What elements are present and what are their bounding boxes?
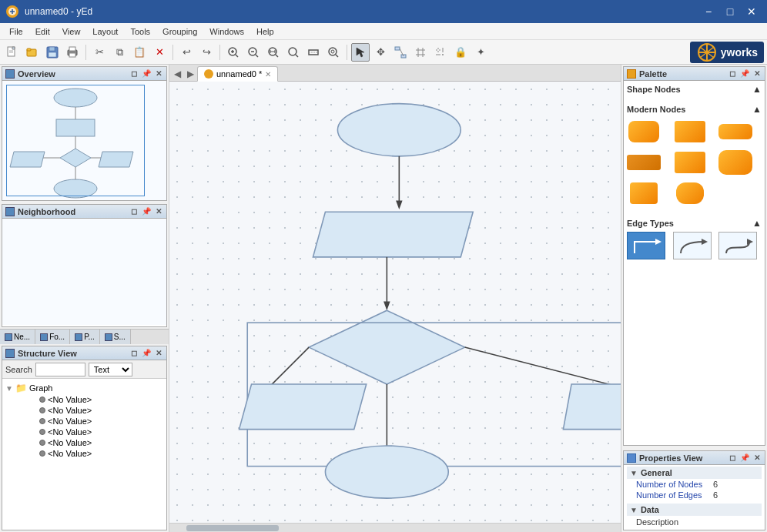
menu-edit[interactable]: Edit — [29, 25, 56, 38]
cut-button[interactable]: ✂ — [90, 43, 109, 62]
more-button[interactable]: ✦ — [471, 43, 490, 62]
overview-minimize-btn[interactable]: ◻ — [129, 69, 139, 78]
canvas-scrollbar-h[interactable] — [169, 523, 621, 532]
sv-tree-item-5[interactable]: <No Value> — [18, 448, 163, 459]
edge-create-button[interactable] — [391, 43, 410, 62]
sv-tree-item-2[interactable]: <No Value> — [18, 416, 163, 427]
select-tool-button[interactable] — [351, 43, 370, 62]
snap-button[interactable] — [431, 43, 450, 62]
overview-pin-btn[interactable]: 📌 — [140, 69, 152, 78]
structure-view-header: Structure View ◻ 📌 ✕ — [2, 346, 166, 360]
properties-data-header[interactable]: ▼ Data — [627, 504, 762, 516]
lock-button[interactable]: 🔒 — [451, 43, 470, 62]
grid-button[interactable] — [411, 43, 430, 62]
edge-types-header[interactable]: Edge Types ▲ — [627, 218, 762, 229]
panel-bottom-tabs: Ne... Fo... P... S... — [0, 329, 169, 344]
zoom-100-button[interactable] — [284, 43, 303, 62]
print-button[interactable] — [63, 43, 82, 62]
overview-close-btn[interactable]: ✕ — [154, 69, 163, 78]
palette-node-7[interactable] — [673, 179, 707, 207]
palette-node-1[interactable] — [673, 118, 707, 146]
svg-line-69 — [268, 347, 309, 388]
neighborhood-minimize-btn[interactable]: ◻ — [129, 207, 139, 216]
redo-button[interactable]: ↪ — [197, 43, 216, 62]
sv-minimize-btn[interactable]: ◻ — [129, 349, 139, 357]
canvas-drawing-area[interactable] — [169, 82, 621, 523]
svg-marker-67 — [309, 310, 464, 384]
properties-pin-btn[interactable]: 📌 — [739, 453, 751, 462]
sv-close-btn[interactable]: ✕ — [154, 349, 163, 357]
shape-nodes-collapse-icon: ▲ — [752, 84, 762, 95]
sv-search-select[interactable]: Text Graph — [89, 363, 132, 376]
edge-type-curved[interactable] — [673, 232, 712, 259]
svg-line-32 — [336, 55, 338, 57]
copy-button[interactable]: ⧉ — [110, 43, 129, 62]
menu-help[interactable]: Help — [250, 25, 280, 38]
neighborhood-pin-btn[interactable]: 📌 — [140, 207, 152, 216]
sv-tree-item-1[interactable]: <No Value> — [18, 405, 163, 416]
modern-nodes-grid — [627, 118, 762, 207]
palette-node-6[interactable] — [627, 179, 661, 207]
tab-nav-right[interactable]: ▶ — [184, 67, 197, 81]
close-button[interactable]: ✕ — [742, 4, 761, 19]
move-tool-button[interactable]: ✥ — [371, 43, 390, 62]
save-button[interactable] — [43, 43, 62, 62]
bottom-tab-fo[interactable]: Fo... — [35, 330, 70, 344]
maximize-button[interactable]: □ — [721, 4, 739, 19]
bottom-tab-p[interactable]: P... — [70, 330, 100, 344]
properties-minimize-btn[interactable]: ◻ — [728, 453, 737, 462]
menu-tools[interactable]: Tools — [124, 25, 156, 38]
palette-node-0[interactable] — [627, 118, 661, 146]
menu-layout[interactable]: Layout — [86, 25, 124, 38]
bottom-tab-p-icon — [75, 333, 82, 341]
edge-type-orthogonal[interactable] — [627, 232, 665, 259]
menu-file[interactable]: File — [3, 25, 29, 38]
palette-node-4[interactable] — [673, 149, 707, 176]
sv-pin-btn[interactable]: 📌 — [140, 349, 152, 357]
sv-item-bullet-1 — [39, 407, 45, 413]
tab-nav-left[interactable]: ◀ — [171, 67, 184, 81]
properties-close-btn[interactable]: ✕ — [752, 453, 762, 462]
edge-type-bezier[interactable] — [718, 232, 757, 259]
neighborhood-close-btn[interactable]: ✕ — [154, 207, 163, 216]
palette-pin-btn[interactable]: 📌 — [739, 69, 751, 78]
tab-icon — [204, 69, 213, 79]
paste-button[interactable]: 📋 — [130, 43, 149, 62]
palette-node-5[interactable] — [718, 149, 752, 176]
menu-grouping[interactable]: Grouping — [156, 25, 203, 38]
sv-tree-item-0[interactable]: <No Value> — [18, 394, 163, 405]
sv-tree-root[interactable]: ▼ 📁 Graph — [5, 382, 163, 394]
menu-windows[interactable]: Windows — [203, 25, 250, 38]
left-panel: Overview ◻ 📌 ✕ — [0, 65, 169, 532]
sv-search-input[interactable] — [35, 363, 85, 376]
canvas-tab-unnamed0[interactable]: unnamed0 * ✕ — [197, 66, 278, 82]
bottom-tab-s[interactable]: S... — [100, 330, 131, 344]
overview-content — [2, 81, 166, 200]
sv-item-label-3: <No Value> — [48, 427, 92, 437]
palette-minimize-btn[interactable]: ◻ — [728, 69, 737, 78]
zoom-fit-button[interactable] — [264, 43, 283, 62]
fit-height-button[interactable] — [324, 43, 343, 62]
general-toggle-icon: ▼ — [630, 469, 638, 477]
shape-nodes-header[interactable]: Shape Nodes ▲ — [627, 84, 762, 95]
sv-tree-item-4[interactable]: <No Value> — [18, 437, 163, 448]
properties-general-header[interactable]: ▼ General — [627, 467, 762, 479]
open-button[interactable] — [23, 43, 42, 62]
zoom-in-button[interactable] — [224, 43, 243, 62]
undo-button[interactable]: ↩ — [177, 43, 196, 62]
palette-node-2[interactable] — [718, 118, 752, 146]
yworks-logo: yworks — [690, 42, 764, 63]
bottom-tab-ne[interactable]: Ne... — [0, 330, 35, 344]
scroll-thumb-h[interactable] — [186, 525, 279, 531]
new-button[interactable] — [3, 43, 22, 62]
sv-tree-item-3[interactable]: <No Value> — [18, 427, 163, 437]
minimize-button[interactable]: − — [699, 4, 718, 19]
delete-button[interactable]: ✕ — [150, 43, 169, 62]
zoom-out-button[interactable] — [244, 43, 263, 62]
menu-view[interactable]: View — [56, 25, 87, 38]
modern-nodes-header[interactable]: Modern Nodes ▲ — [627, 104, 762, 115]
fit-width-button[interactable] — [304, 43, 323, 62]
canvas-tab-close[interactable]: ✕ — [265, 70, 271, 79]
palette-node-3[interactable] — [627, 149, 661, 176]
palette-close-btn[interactable]: ✕ — [752, 69, 762, 78]
